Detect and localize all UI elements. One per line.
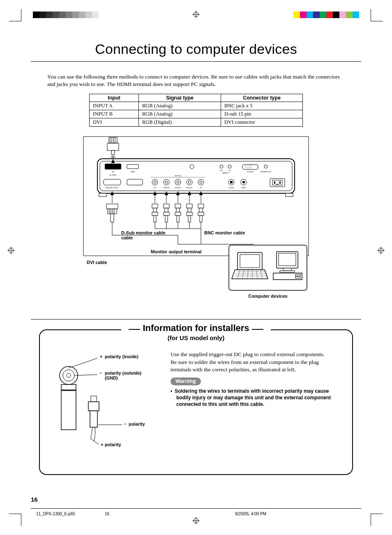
- connection-diagram: RGB DVI HDMI D4 VIDEO: [31, 134, 361, 303]
- svg-rect-108: [176, 208, 180, 212]
- svg-text:polarity: polarity: [105, 442, 122, 447]
- svg-rect-111: [187, 204, 192, 208]
- svg-rect-98: [111, 214, 114, 222]
- svg-rect-12: [83, 137, 309, 256]
- svg-rect-156: [91, 396, 97, 402]
- svg-rect-102: [154, 215, 156, 222]
- svg-point-42: [247, 168, 248, 168]
- svg-rect-107: [175, 204, 181, 208]
- svg-text:OUT: OUT: [220, 169, 224, 171]
- svg-text:S VIDEO: S VIDEO: [228, 187, 234, 189]
- dc-plug-diagram: + polarity (inside) - polarity (outside)…: [52, 351, 159, 459]
- svg-point-40: [251, 166, 252, 166]
- svg-line-147: [69, 358, 97, 368]
- th-signal: Signal type: [139, 94, 221, 102]
- svg-point-44: [251, 168, 251, 168]
- svg-rect-49: [127, 179, 143, 185]
- page-number: 16: [31, 496, 38, 503]
- svg-text:polarity: polarity: [129, 422, 145, 426]
- svg-rect-115: [198, 204, 204, 208]
- table-row: INPUT ARGB (Analog)BNC jack x 5: [90, 102, 303, 110]
- grayscale-calibration-bar: [33, 12, 99, 18]
- svg-text:DVI: DVI: [112, 171, 115, 173]
- svg-text:REMOTE: REMOTE: [222, 172, 229, 174]
- svg-rect-99: [152, 204, 158, 208]
- footer-page: 16: [105, 512, 109, 516]
- footer-file: 11_DPX-1300_E.p65: [36, 512, 75, 516]
- installers-para2: Be sure to solder the wires from an exte…: [171, 359, 340, 373]
- svg-rect-141: [295, 274, 300, 276]
- registration-target-icon: [192, 11, 200, 18]
- svg-rect-112: [188, 208, 191, 212]
- warning-text: •Soldering the wires to terminals with i…: [171, 388, 340, 408]
- svg-rect-23: [99, 193, 106, 197]
- svg-point-77: [277, 184, 278, 185]
- table-row: INPUT BRGB (Analog)D-sub 15 pin: [90, 110, 303, 118]
- svg-rect-138: [283, 268, 291, 271]
- crop-mark: [371, 514, 383, 526]
- svg-rect-142: [295, 277, 300, 278]
- registration-target-icon: [377, 247, 385, 254]
- svg-rect-126: [240, 255, 260, 268]
- svg-text:VIDEO: VIDEO: [242, 187, 246, 189]
- svg-rect-109: [175, 212, 181, 215]
- svg-point-41: [246, 168, 246, 168]
- table-row: DVIRGB (Digital)DVI connector: [90, 118, 303, 127]
- registration-target-icon: [7, 247, 15, 254]
- crop-mark: [9, 514, 21, 526]
- svg-text:INPUT A: INPUT A: [175, 175, 181, 177]
- svg-rect-113: [187, 212, 192, 215]
- svg-rect-76: [279, 181, 281, 184]
- crop-mark: [371, 9, 383, 21]
- svg-rect-13: [107, 143, 119, 151]
- svg-text:D4 VIDEO: D4 VIDEO: [109, 174, 117, 176]
- svg-point-146: [67, 373, 71, 378]
- svg-rect-68: [230, 181, 233, 183]
- svg-text:DVI cable: DVI cable: [87, 260, 107, 265]
- installers-heading: Information for installers (for US model…: [121, 323, 270, 341]
- svg-rect-100: [153, 208, 157, 212]
- svg-text:G/Y: G/Y: [154, 187, 157, 189]
- svg-rect-157: [88, 402, 99, 411]
- svg-rect-73: [270, 178, 285, 187]
- th-input: Input: [90, 94, 139, 102]
- svg-rect-139: [280, 271, 295, 272]
- svg-text:polarity (inside): polarity (inside): [105, 354, 138, 359]
- svg-rect-105: [164, 212, 169, 215]
- svg-text:HDMI: HDMI: [131, 171, 135, 173]
- svg-rect-137: [279, 253, 296, 266]
- svg-text:cable: cable: [121, 235, 133, 240]
- divider: [31, 319, 361, 320]
- svg-rect-19: [111, 151, 115, 155]
- svg-point-70: [242, 181, 245, 183]
- svg-rect-103: [164, 204, 169, 208]
- svg-rect-140: [273, 273, 302, 280]
- svg-text:IN: IN: [229, 169, 231, 171]
- color-calibration-bar: [293, 12, 359, 18]
- svg-text:VD: VD: [200, 187, 202, 189]
- svg-rect-101: [152, 212, 158, 215]
- svg-rect-25: [105, 164, 121, 169]
- crop-mark: [9, 9, 21, 21]
- svg-line-162: [91, 439, 99, 445]
- svg-rect-93: [108, 209, 117, 214]
- warning-badge: Warning: [171, 378, 201, 385]
- svg-text:BNC monitor cable: BNC monitor cable: [204, 230, 245, 235]
- svg-text:-: -: [100, 370, 101, 376]
- svg-point-38: [248, 166, 249, 166]
- svg-text:RS-232C: RS-232C: [247, 171, 254, 173]
- svg-text:B/PB/CB: B/PB/CB: [164, 187, 169, 189]
- svg-point-145: [63, 370, 74, 381]
- svg-point-43: [249, 168, 249, 168]
- svg-text:RGB (INPUT B)/OUT: RGB (INPUT B)/OUT: [106, 187, 120, 189]
- svg-text:Computer devices: Computer devices: [248, 294, 287, 299]
- connection-table: Input Signal type Connector type INPUT A…: [89, 94, 303, 127]
- svg-text:R/PR/CR: R/PR/CR: [175, 187, 181, 189]
- svg-text:TRIGGER OUT: TRIGGER OUT: [260, 171, 272, 173]
- svg-rect-75: [274, 181, 275, 184]
- svg-point-39: [250, 166, 250, 166]
- svg-rect-27: [127, 164, 138, 169]
- svg-point-36: [245, 166, 245, 166]
- footer-divider: [31, 508, 361, 509]
- svg-rect-106: [165, 215, 168, 222]
